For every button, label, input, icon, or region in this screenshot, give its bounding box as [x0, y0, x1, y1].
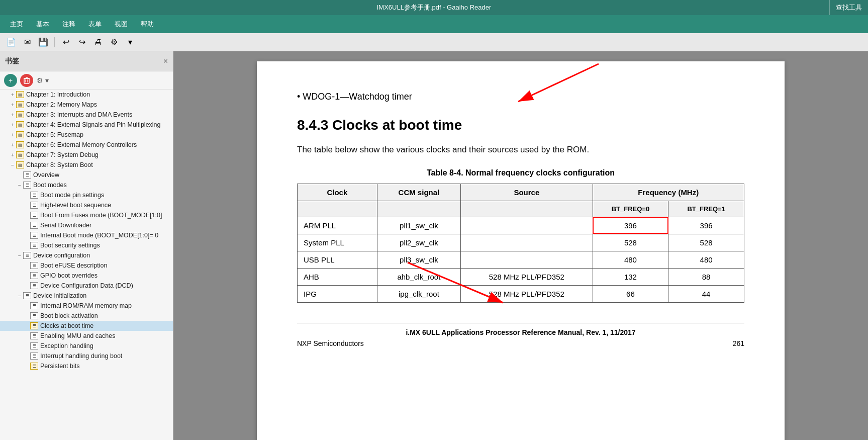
page-icon-bootblock: ☰ — [30, 312, 38, 319]
sidebar-label-highlevel: High-level boot sequence — [40, 202, 171, 209]
menu-annotation[interactable]: 注释 — [56, 18, 81, 31]
col-clock: Clock — [298, 184, 377, 201]
sidebar-item-bootsec[interactable]: ☰ Boot security settings — [0, 240, 173, 250]
menu-bar: 主页 基本 注释 表单 视图 帮助 — [0, 15, 868, 33]
pdf-page: WDOG-1—Watchdog timer 8.4.3 Clocks at bo… — [257, 61, 785, 440]
sidebar-title: 书签 — [5, 57, 19, 66]
table-cell-freq1: 88 — [668, 268, 744, 285]
sidebar-label-ch7: Chapter 7: System Debug — [26, 151, 171, 158]
table-cell-freq1: 480 — [668, 251, 744, 268]
expand-icon-bootmodes: − — [16, 183, 23, 188]
sidebar-close-button[interactable]: × — [163, 57, 168, 66]
sidebar-header: 书签 × — [0, 51, 173, 71]
page-icon-persistbits: ☰ — [30, 363, 38, 370]
menu-view[interactable]: 视图 — [109, 18, 134, 31]
sidebar-item-persistbits[interactable]: ☰ Persistent bits — [0, 361, 173, 371]
sidebar: 书签 × + ⚙ ▾ + ▤ Chapter 1: Introduction +… — [0, 51, 173, 440]
bookmark-settings-button[interactable]: ⚙ ▾ — [36, 74, 49, 87]
sidebar-item-ch4[interactable]: + ▤ Chapter 4: External Signals and Pin … — [0, 120, 173, 130]
sidebar-label-enabmmu: Enabling MMU and caches — [40, 332, 171, 339]
sidebar-label-bootpinsettings: Boot mode pin settings — [40, 192, 171, 199]
find-tool-button[interactable]: 查找工具 — [829, 0, 868, 15]
sidebar-label-ch1: Chapter 1: Introduction — [26, 91, 171, 98]
undo-button[interactable]: ↩ — [59, 35, 73, 49]
sidebar-item-ch3[interactable]: + ▤ Chapter 3: Interrupts and DMA Events — [0, 110, 173, 120]
sidebar-item-bootefuse[interactable]: ☰ Boot eFUSE description — [0, 260, 173, 271]
col-clock-sub — [298, 201, 377, 217]
section-heading: 8.4.3 Clocks at boot time — [297, 117, 744, 133]
chapter-icon-ch4: ▤ — [16, 121, 24, 128]
sidebar-label-ch2: Chapter 2: Memory Maps — [26, 101, 171, 108]
page-icon-bootefuse: ☰ — [30, 262, 38, 269]
pdf-content-area[interactable]: WDOG-1—Watchdog timer 8.4.3 Clocks at bo… — [173, 51, 868, 440]
section-description: The table below show the various clocks … — [297, 143, 744, 156]
sidebar-item-dcd[interactable]: ☰ Device Configuration Data (DCD) — [0, 281, 173, 291]
table-cell-source: 528 MHz PLL/PFD352 — [461, 285, 593, 302]
settings-button[interactable]: ⚙ — [107, 35, 121, 49]
save-button[interactable]: 💾 — [36, 35, 50, 49]
sidebar-item-enabmmu[interactable]: ☰ Enabling MMU and caches — [0, 331, 173, 341]
table-cell-ccm: pll1_sw_clk — [377, 217, 460, 234]
sidebar-item-bootblock[interactable]: ☰ Boot block activation — [0, 311, 173, 321]
email-button[interactable]: ✉ — [20, 35, 34, 49]
print-button[interactable]: 🖨 — [91, 35, 105, 49]
page-icon-bootfuses: ☰ — [30, 212, 38, 219]
new-button[interactable]: 📄 — [4, 35, 18, 49]
menu-form[interactable]: 表单 — [82, 18, 108, 31]
menu-basic[interactable]: 基本 — [30, 18, 55, 31]
chapter-icon-ch3: ▤ — [16, 111, 24, 118]
col-source-sub — [461, 201, 593, 217]
sidebar-item-devinit[interactable]: − ☰ Device initialization — [0, 291, 173, 301]
sidebar-item-serialdl[interactable]: ☰ Serial Downloader — [0, 220, 173, 230]
window-title: IMX6ULL参考手册.pdf - Gaaiho Reader — [377, 3, 492, 12]
sidebar-item-ch1[interactable]: + ▤ Chapter 1: Introduction — [0, 90, 173, 100]
sidebar-item-inthandling[interactable]: ☰ Interrupt handling during boot — [0, 351, 173, 361]
page-icon-bootpinsettings: ☰ — [30, 192, 38, 199]
toolbar: 📄 ✉ 💾 ↩ ↪ 🖨 ⚙ ▾ — [0, 33, 868, 51]
sidebar-label-ch5: Chapter 5: Fusemap — [26, 131, 171, 138]
menu-home[interactable]: 主页 — [4, 18, 29, 31]
sidebar-label-overview: Overview — [33, 171, 171, 179]
sidebar-item-gpioboot[interactable]: ☰ GPIO boot overrides — [0, 271, 173, 281]
sidebar-item-intromem[interactable]: ☰ Internal ROM/RAM memory map — [0, 301, 173, 311]
sidebar-label-ch4: Chapter 4: External Signals and Pin Mult… — [26, 121, 171, 128]
delete-bookmark-button[interactable] — [20, 74, 33, 87]
page-icon-dcd: ☰ — [30, 282, 38, 289]
sidebar-item-ch8[interactable]: − ▤ Chapter 8: System Boot — [0, 160, 173, 170]
page-icon-devinit: ☰ — [23, 292, 31, 299]
sidebar-item-devconfig[interactable]: − ☰ Device configuration — [0, 250, 173, 260]
sidebar-item-ch5[interactable]: + ▤ Chapter 5: Fusemap — [0, 130, 173, 140]
chapter-icon-ch8: ▤ — [16, 161, 24, 168]
sidebar-item-clocksboot[interactable]: ☰ Clocks at boot time — [0, 321, 173, 331]
sidebar-label-devinit: Device initialization — [33, 292, 171, 299]
sidebar-label-ch6: Chapter 6: External Memory Controllers — [26, 141, 171, 148]
add-bookmark-button[interactable]: + — [4, 74, 17, 87]
menu-help[interactable]: 帮助 — [135, 18, 160, 31]
sidebar-item-internalboot[interactable]: ☰ Internal Boot mode (BOOT_MODE[1:0]= 0 — [0, 230, 173, 240]
page-icon-exchandling: ☰ — [30, 342, 38, 349]
redo-button[interactable]: ↪ — [75, 35, 89, 49]
sidebar-item-ch2[interactable]: + ▤ Chapter 2: Memory Maps — [0, 100, 173, 110]
sidebar-item-ch7[interactable]: + ▤ Chapter 7: System Debug — [0, 150, 173, 160]
sidebar-label-internalboot: Internal Boot mode (BOOT_MODE[1:0]= 0 — [40, 232, 171, 239]
sidebar-item-highlevel[interactable]: ☰ High-level boot sequence — [0, 200, 173, 210]
footer-page-number: 261 — [733, 339, 744, 347]
sidebar-item-bootfuses[interactable]: ☰ Boot From Fuses mode (BOOT_MODE[1:0] — [0, 210, 173, 220]
dropdown-button[interactable]: ▾ — [123, 35, 137, 49]
footer-company: NXP Semiconductors — [297, 339, 364, 347]
table-cell-ccm: pll3_sw_clk — [377, 251, 460, 268]
sidebar-label-bootefuse: Boot eFUSE description — [40, 262, 171, 269]
sidebar-item-exchandling[interactable]: ☰ Exception handling — [0, 341, 173, 351]
table-cell-freq0: 528 — [593, 234, 668, 251]
page-icon-gpioboot: ☰ — [30, 272, 38, 279]
sidebar-item-bootmodes[interactable]: − ☰ Boot modes — [0, 180, 173, 190]
sidebar-item-overview[interactable]: ☰ Overview — [0, 170, 173, 180]
title-bar: IMX6ULL参考手册.pdf - Gaaiho Reader 查找工具 — [0, 0, 868, 15]
expand-icon-ch3: + — [9, 112, 16, 118]
expand-icon-ch6: + — [9, 142, 16, 148]
table-cell-ccm: ahb_clk_root — [377, 268, 460, 285]
sidebar-item-ch6[interactable]: + ▤ Chapter 6: External Memory Controlle… — [0, 140, 173, 150]
col-frequency: Frequency (MHz) — [593, 184, 744, 201]
sidebar-item-bootpinsettings[interactable]: ☰ Boot mode pin settings — [0, 190, 173, 200]
main-layout: 书签 × + ⚙ ▾ + ▤ Chapter 1: Introduction +… — [0, 51, 868, 440]
